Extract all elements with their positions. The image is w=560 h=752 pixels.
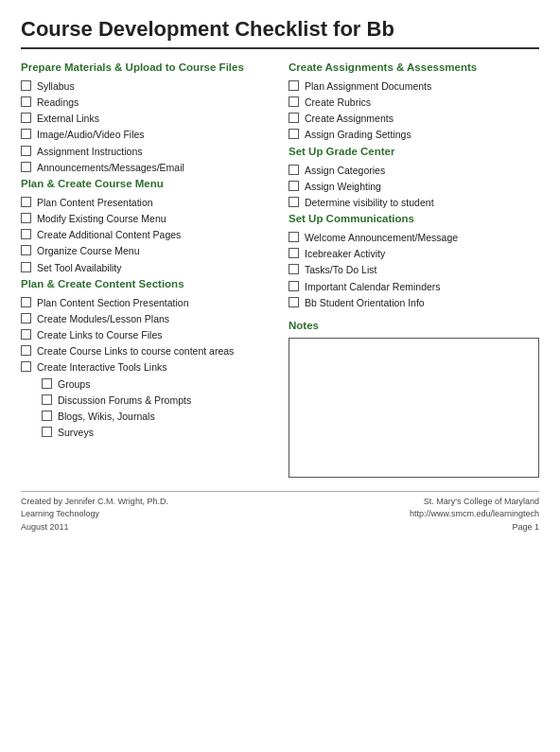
label-assign-categories: Assign Categories: [305, 164, 385, 177]
label-create-modules: Create Modules/Lesson Plans: [37, 312, 169, 325]
label-surveys: Surveys: [58, 426, 94, 439]
checkbox-readings[interactable]: [21, 96, 31, 107]
footer-left-text: Created by Jennifer C.M. Wright, Ph.D.Le…: [21, 497, 168, 532]
label-readings: Readings: [37, 96, 79, 109]
item-syllabus: Syllabus: [21, 79, 271, 93]
item-determine-visibility: Determine visibility to student: [289, 196, 539, 209]
label-organize-menu: Organize Course Menu: [37, 244, 140, 257]
checkbox-organize-menu[interactable]: [21, 245, 31, 255]
label-blogs-wikis: Blogs, Wikis, Journals: [58, 410, 155, 423]
checkbox-assign-grading-settings[interactable]: [289, 129, 299, 139]
item-plan-assignment-docs: Plan Assignment Documents: [289, 79, 539, 93]
section-assignments: Create Assignments & Assessments Plan As…: [289, 61, 539, 142]
item-create-additional-pages: Create Additional Content Pages: [21, 228, 271, 241]
section-course-menu: Plan & Create Course Menu Plan Content P…: [21, 177, 271, 274]
item-assignment-instructions: Assignment Instructions: [21, 145, 271, 158]
checkbox-determine-visibility[interactable]: [289, 197, 299, 207]
checkbox-create-assignments[interactable]: [289, 113, 299, 123]
section-content-sections: Plan & Create Content Sections Plan Cont…: [21, 277, 271, 439]
checkbox-external-links[interactable]: [21, 113, 31, 123]
item-assign-categories: Assign Categories: [289, 164, 539, 177]
checkbox-assignment-instructions[interactable]: [21, 146, 31, 156]
label-create-additional-pages: Create Additional Content Pages: [37, 228, 181, 241]
label-create-interactive-tools: Create Interactive Tools Links: [37, 360, 167, 374]
item-create-interactive-tools: Create Interactive Tools Links: [21, 360, 271, 374]
checkbox-groups[interactable]: [42, 378, 52, 389]
checkbox-plan-content[interactable]: [21, 197, 31, 207]
footer-left: Created by Jennifer C.M. Wright, Ph.D.Le…: [21, 496, 168, 534]
checkbox-calendar-reminders[interactable]: [289, 281, 299, 291]
checkbox-announcements-messages[interactable]: [21, 162, 31, 172]
item-create-course-links: Create Course Links to course content ar…: [21, 344, 271, 358]
item-tasks-todo: Tasks/To Do List: [289, 263, 539, 276]
item-create-links-course-files: Create Links to Course Files: [21, 328, 271, 341]
footer-right-text: St. Mary's College of Marylandhttp://www…: [410, 497, 539, 532]
checkbox-modify-menu[interactable]: [21, 213, 31, 223]
checkbox-assign-weighting[interactable]: [289, 181, 299, 191]
checkbox-bb-student-orientation[interactable]: [289, 297, 299, 307]
item-bb-student-orientation: Bb Student Orientation Info: [289, 296, 539, 309]
item-modify-menu: Modify Existing Course Menu: [21, 212, 271, 225]
label-image-audio-video: Image/Audio/Video Files: [37, 128, 145, 141]
checkbox-icebreaker-activity[interactable]: [289, 248, 299, 258]
item-plan-content-section: Plan Content Section Presentation: [21, 296, 271, 309]
notes-box[interactable]: [289, 338, 539, 478]
label-create-course-links: Create Course Links to course content ar…: [37, 344, 234, 358]
checkbox-blogs-wikis[interactable]: [42, 411, 52, 421]
checkbox-set-tool-availability[interactable]: [21, 262, 31, 272]
label-create-rubrics: Create Rubrics: [305, 96, 371, 109]
item-announcements-messages: Announcements/Messages/Email: [21, 161, 271, 174]
label-welcome-announcement: Welcome Announcement/Message: [305, 231, 458, 244]
item-calendar-reminders: Important Calendar Reminders: [289, 280, 539, 293]
label-plan-content-section: Plan Content Section Presentation: [37, 296, 189, 309]
label-determine-visibility: Determine visibility to student: [305, 196, 434, 209]
label-syllabus: Syllabus: [37, 79, 75, 93]
item-assign-grading-settings: Assign Grading Settings: [289, 128, 539, 141]
item-image-audio-video: Image/Audio/Video Files: [21, 128, 271, 141]
page-title: Course Development Checklist for Bb: [21, 17, 539, 49]
item-discussion-forums: Discussion Forums & Prompts: [42, 393, 271, 407]
section-title-grade-center: Set Up Grade Center: [289, 145, 539, 159]
item-create-rubrics: Create Rubrics: [289, 96, 539, 109]
checkbox-welcome-announcement[interactable]: [289, 232, 299, 242]
checkbox-create-course-links[interactable]: [21, 345, 31, 356]
item-create-modules: Create Modules/Lesson Plans: [21, 312, 271, 325]
section-title-course-menu: Plan & Create Course Menu: [21, 177, 271, 191]
checkbox-discussion-forums[interactable]: [42, 394, 52, 405]
label-create-links-course-files: Create Links to Course Files: [37, 328, 162, 341]
checkbox-create-modules[interactable]: [21, 313, 31, 324]
footer: Created by Jennifer C.M. Wright, Ph.D.Le…: [21, 491, 539, 534]
item-blogs-wikis: Blogs, Wikis, Journals: [42, 410, 271, 423]
section-title-assignments: Create Assignments & Assessments: [289, 61, 539, 75]
checkbox-create-interactive-tools[interactable]: [21, 361, 31, 372]
item-organize-menu: Organize Course Menu: [21, 244, 271, 257]
item-assign-weighting: Assign Weighting: [289, 180, 539, 193]
checkbox-plan-assignment-docs[interactable]: [289, 80, 299, 91]
label-plan-content: Plan Content Presentation: [37, 196, 153, 209]
label-announcements-messages: Announcements/Messages/Email: [37, 161, 184, 174]
item-groups: Groups: [42, 377, 271, 391]
label-set-tool-availability: Set Tool Availability: [37, 261, 122, 274]
checkbox-create-rubrics[interactable]: [289, 96, 299, 107]
checkbox-create-additional-pages[interactable]: [21, 229, 31, 239]
checkbox-create-links-course-files[interactable]: [21, 329, 31, 340]
checkbox-syllabus[interactable]: [21, 80, 31, 91]
section-notes: Notes: [289, 319, 539, 478]
label-assignment-instructions: Assignment Instructions: [37, 145, 142, 158]
checkbox-tasks-todo[interactable]: [289, 264, 299, 274]
label-discussion-forums: Discussion Forums & Prompts: [58, 393, 191, 407]
checkbox-surveys[interactable]: [42, 427, 52, 437]
label-tasks-todo: Tasks/To Do List: [305, 263, 376, 276]
section-title-notes: Notes: [289, 319, 539, 333]
item-plan-content: Plan Content Presentation: [21, 196, 271, 209]
checkbox-image-audio-video[interactable]: [21, 129, 31, 139]
section-prepare-materials: Prepare Materials & Upload to Course Fil…: [21, 61, 271, 174]
label-assign-grading-settings: Assign Grading Settings: [305, 128, 411, 141]
label-calendar-reminders: Important Calendar Reminders: [305, 280, 441, 293]
item-set-tool-availability: Set Tool Availability: [21, 261, 271, 274]
checkbox-plan-content-section[interactable]: [21, 297, 31, 307]
footer-right: St. Mary's College of Marylandhttp://www…: [410, 496, 539, 534]
section-title-prepare: Prepare Materials & Upload to Course Fil…: [21, 61, 271, 75]
label-create-assignments: Create Assignments: [305, 112, 394, 125]
checkbox-assign-categories[interactable]: [289, 165, 299, 175]
